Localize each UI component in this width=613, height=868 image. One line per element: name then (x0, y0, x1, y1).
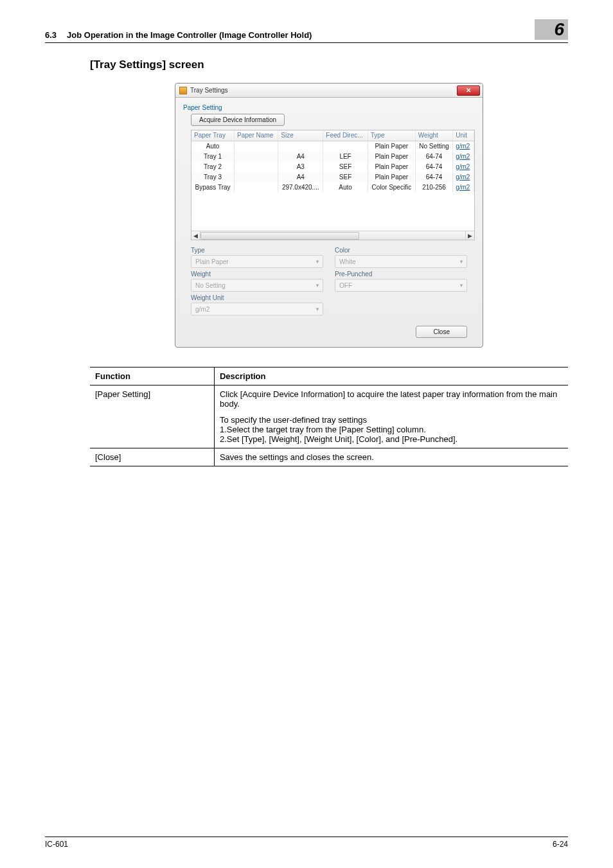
table-row[interactable]: Tray 2A3SEFPlain Paper64-74g/m2 (191, 161, 474, 172)
function-description-table: Function Description [Paper Setting] Cli… (90, 367, 568, 466)
cell-unit: g/m2 (453, 182, 474, 192)
cell-type: Color Specific (368, 182, 415, 192)
chevron-down-icon: ▼ (315, 306, 320, 312)
col-unit[interactable]: Unit (453, 130, 474, 141)
close-button[interactable]: Close (416, 326, 467, 338)
cell-tray: Tray 3 (191, 172, 235, 182)
cell-weight: 64-74 (415, 161, 452, 172)
color-label: Color (335, 247, 467, 254)
desc-text: 1.Select the target tray from the [Paper… (220, 425, 563, 434)
cell-weight: 64-74 (415, 151, 452, 161)
paper-tray-table[interactable]: Paper Tray Paper Name Size Feed Direc...… (191, 130, 475, 240)
chevron-down-icon: ▼ (315, 283, 320, 288)
cell-size: A4 (278, 151, 323, 161)
cell-feed: Auto (323, 182, 368, 192)
col-size[interactable]: Size (278, 130, 323, 141)
scroll-track[interactable] (200, 231, 465, 240)
col-paper-name[interactable]: Paper Name (235, 130, 278, 141)
prepunched-label: Pre-Punched (335, 270, 467, 278)
cell-size (278, 141, 323, 151)
weight-select: No Setting ▼ (191, 279, 323, 292)
function-cell: [Paper Setting] (90, 385, 214, 448)
close-icon[interactable]: ✕ (457, 85, 480, 96)
table-row: [Paper Setting] Click [Acquire Device In… (90, 385, 568, 448)
page-header: 6.3 Job Operation in the Image Controlle… (45, 19, 568, 43)
cell-size: 297.0x420.... (278, 182, 323, 192)
description-cell: Saves the settings and closes the screen… (214, 448, 568, 466)
desc-text: 2.Set [Type], [Weight], [Weight Unit], [… (220, 434, 563, 444)
weight-unit-value: g/m2 (195, 306, 209, 313)
dialog-title: Tray Settings (190, 87, 228, 94)
cell-unit: g/m2 (453, 161, 474, 172)
weight-unit-label: Weight Unit (191, 294, 323, 301)
type-select: Plain Paper ▼ (191, 255, 323, 268)
cell-name (235, 172, 278, 182)
table-row[interactable]: Tray 1A4LEFPlain Paper64-74g/m2 (191, 151, 474, 161)
col-description: Description (214, 368, 568, 385)
table-row[interactable]: Bypass Tray297.0x420....AutoColor Specif… (191, 182, 474, 192)
desc-text: Click [Acquire Device Information] to ac… (220, 389, 563, 409)
cell-type: Plain Paper (368, 141, 415, 151)
weight-unit-select: g/m2 ▼ (191, 303, 323, 315)
cell-name (235, 161, 278, 172)
cell-unit: g/m2 (453, 151, 474, 161)
table-row: [Close] Saves the settings and closes th… (90, 448, 568, 466)
footer-left: IC-601 (45, 840, 68, 849)
cell-tray: Bypass Tray (191, 182, 235, 192)
app-icon (179, 87, 187, 94)
cell-type: Plain Paper (368, 151, 415, 161)
color-select: White ▼ (335, 255, 467, 268)
col-weight[interactable]: Weight (415, 130, 452, 141)
scroll-right-icon[interactable]: ▶ (465, 231, 474, 240)
dialog-titlebar: Tray Settings ✕ (175, 84, 483, 98)
cell-type: Plain Paper (368, 172, 415, 182)
col-function: Function (90, 368, 214, 385)
tray-settings-dialog: Tray Settings ✕ Paper Setting Acquire De… (175, 83, 483, 348)
col-paper-tray[interactable]: Paper Tray (191, 130, 235, 141)
footer-right: 6-24 (553, 840, 568, 849)
description-cell: Click [Acquire Device Information] to ac… (214, 385, 568, 448)
prepunched-value: OFF (339, 282, 352, 289)
cell-tray: Tray 1 (191, 151, 235, 161)
desc-text: To specify the user-defined tray setting… (220, 415, 563, 425)
function-cell: [Close] (90, 448, 214, 466)
cell-feed: LEF (323, 151, 368, 161)
table-row[interactable]: Tray 3A4SEFPlain Paper64-74g/m2 (191, 172, 474, 182)
weight-value: No Setting (195, 282, 226, 289)
chevron-down-icon: ▼ (459, 283, 464, 288)
cell-feed: SEF (323, 161, 368, 172)
prepunched-select: OFF ▼ (335, 279, 467, 292)
cell-type: Plain Paper (368, 161, 415, 172)
page-footer: IC-601 6-24 (45, 837, 568, 849)
cell-size: A4 (278, 172, 323, 182)
cell-weight: 64-74 (415, 172, 452, 182)
group-title: Paper Setting (183, 104, 475, 111)
section-number: 6.3 (45, 30, 57, 40)
subheading: [Tray Settings] screen (90, 58, 568, 71)
cell-unit: g/m2 (453, 172, 474, 182)
cell-name (235, 141, 278, 151)
cell-weight: No Setting (415, 141, 452, 151)
col-feed-direc[interactable]: Feed Direc... (323, 130, 368, 141)
cell-name (235, 151, 278, 161)
section-title: Job Operation in the Image Controller (I… (67, 30, 312, 40)
chevron-down-icon: ▼ (315, 259, 320, 265)
cell-feed (323, 141, 368, 151)
chapter-badge: 6 (535, 19, 568, 40)
scroll-thumb[interactable] (200, 232, 359, 240)
horizontal-scrollbar[interactable]: ◀ ▶ (191, 231, 474, 240)
cell-tray: Auto (191, 141, 235, 151)
weight-label: Weight (191, 270, 323, 278)
cell-name (235, 182, 278, 192)
cell-size: A3 (278, 161, 323, 172)
acquire-device-info-button[interactable]: Acquire Device Information (191, 114, 285, 126)
cell-unit: g/m2 (453, 141, 474, 151)
scroll-left-icon[interactable]: ◀ (191, 231, 200, 240)
col-type[interactable]: Type (368, 130, 415, 141)
type-label: Type (191, 247, 323, 254)
table-row[interactable]: AutoPlain PaperNo Settingg/m2 (191, 141, 474, 151)
cell-weight: 210-256 (415, 182, 452, 192)
type-value: Plain Paper (195, 258, 229, 265)
cell-tray: Tray 2 (191, 161, 235, 172)
chevron-down-icon: ▼ (459, 259, 464, 265)
